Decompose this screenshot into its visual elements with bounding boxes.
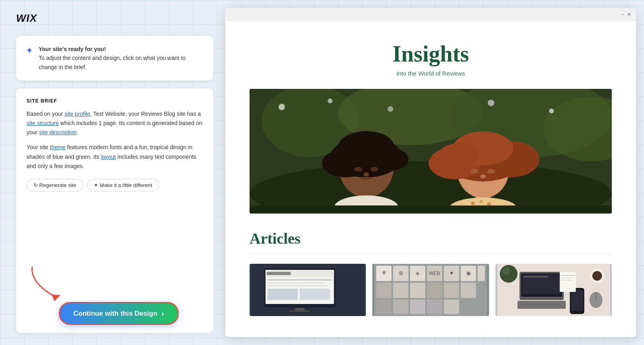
svg-point-18: [370, 167, 378, 172]
svg-point-6: [279, 104, 285, 110]
cta-arrow-icon: ›: [161, 309, 164, 318]
svg-rect-42: [268, 279, 332, 281]
regenerate-site-button[interactable]: ↻ Regenerate site: [27, 179, 83, 191]
spark-icon: ✦: [26, 45, 33, 56]
hero-image: [250, 89, 612, 214]
svg-rect-36: [250, 205, 612, 214]
article-card-1: [250, 264, 366, 316]
svg-rect-59: [410, 283, 425, 298]
svg-rect-62: [461, 283, 476, 298]
svg-rect-88: [561, 275, 574, 276]
svg-point-10: [549, 109, 554, 113]
window-close-button[interactable]: ✕: [627, 12, 631, 17]
brief-paragraph-2: Your site theme features modern fonts an…: [27, 143, 203, 170]
cta-label: Continue with this Design: [73, 310, 157, 318]
preview-content: Insights Into the World of Reviews: [225, 21, 636, 337]
svg-rect-84: [571, 290, 583, 311]
svg-point-86: [592, 271, 602, 281]
preview-window: − ✕ Insights Into the World of Reviews: [225, 8, 636, 337]
svg-text:⚜: ⚜: [381, 269, 387, 276]
svg-text:⊕: ⊕: [398, 270, 403, 276]
svg-point-28: [470, 169, 478, 174]
svg-rect-81: [523, 276, 547, 277]
svg-rect-46: [300, 289, 330, 300]
svg-rect-57: [376, 283, 392, 298]
window-minimize-button[interactable]: −: [621, 12, 624, 17]
svg-rect-60: [427, 283, 442, 298]
brief-p2-text1: Your site: [27, 144, 50, 150]
svg-point-34: [479, 200, 483, 203]
article-card-2: ⚜ ⊕ ◈ WEB ✦ ◉: [372, 264, 489, 316]
arrow-container: [24, 263, 72, 305]
brief-actions: ↻ Regenerate site ✦ Make it a little dif…: [27, 179, 203, 191]
site-profile-link[interactable]: site profile: [64, 111, 90, 117]
brief-p1-text1: Based on your: [27, 111, 64, 117]
svg-point-33: [471, 201, 475, 205]
svg-rect-61: [444, 283, 459, 298]
svg-point-9: [488, 100, 494, 106]
site-description-link[interactable]: site description: [39, 129, 76, 136]
ready-headline: Your site's ready for you!: [39, 46, 106, 52]
svg-text:◈: ◈: [415, 270, 420, 276]
brief-paragraph-1: Based on your site profile, Test Website…: [27, 109, 203, 137]
svg-point-19: [363, 172, 369, 177]
brief-title: SITE BRIEF: [27, 98, 203, 104]
window-titlebar: − ✕: [225, 8, 636, 21]
articles-heading: Articles: [250, 230, 612, 247]
svg-text:◉: ◉: [466, 270, 471, 276]
ready-card: ✦ Your site's ready for you! To adjust t…: [16, 36, 213, 80]
svg-rect-43: [268, 282, 324, 283]
site-subtitle: Into the World of Reviews: [250, 70, 612, 77]
articles-grid: ⚜ ⊕ ◈ WEB ✦ ◉: [250, 264, 612, 316]
svg-rect-89: [561, 277, 572, 278]
svg-rect-45: [268, 289, 298, 300]
svg-rect-80: [522, 275, 561, 294]
svg-rect-56: [478, 266, 485, 281]
svg-rect-58: [393, 283, 409, 298]
svg-marker-0: [52, 294, 60, 301]
svg-rect-64: [393, 300, 409, 314]
svg-point-7: [328, 99, 332, 103]
svg-rect-87: [559, 272, 576, 292]
wix-logo: WIX: [16, 12, 213, 25]
site-title: Insights: [250, 41, 612, 67]
svg-rect-65: [410, 300, 425, 314]
svg-text:WEB: WEB: [429, 271, 440, 276]
layout-link[interactable]: layout: [101, 154, 116, 160]
make-different-button[interactable]: ✦ Make it a little different: [87, 179, 159, 191]
site-structure-link[interactable]: site structure: [27, 120, 59, 126]
svg-point-29: [487, 169, 495, 174]
svg-rect-90: [561, 280, 573, 281]
svg-point-8: [388, 106, 393, 112]
svg-rect-63: [376, 300, 392, 314]
svg-point-27: [439, 143, 479, 167]
articles-divider: [250, 254, 612, 254]
svg-rect-82: [517, 301, 566, 309]
ready-body: To adjust the content and design, click …: [39, 55, 186, 70]
svg-rect-44: [268, 285, 328, 286]
svg-rect-66: [427, 300, 442, 314]
cta-container: Continue with this Design ›: [59, 302, 179, 325]
svg-point-17: [354, 167, 362, 172]
svg-point-30: [480, 175, 486, 179]
svg-rect-48: [290, 310, 310, 312]
arrow-icon: [24, 263, 72, 303]
continue-design-button[interactable]: Continue with this Design ›: [59, 302, 179, 325]
ready-text: Your site's ready for you! To adjust the…: [39, 45, 204, 72]
svg-point-77: [502, 267, 510, 275]
article-card-3: [495, 264, 612, 316]
theme-link[interactable]: theme: [50, 144, 66, 150]
svg-rect-67: [444, 300, 459, 314]
svg-point-16: [338, 131, 394, 163]
brief-p1-text4: .: [77, 129, 78, 136]
svg-text:✦: ✦: [449, 270, 454, 276]
svg-rect-41: [267, 272, 291, 275]
brief-p1-text2: , Test Website, your Reviews Blog site h…: [90, 111, 201, 117]
